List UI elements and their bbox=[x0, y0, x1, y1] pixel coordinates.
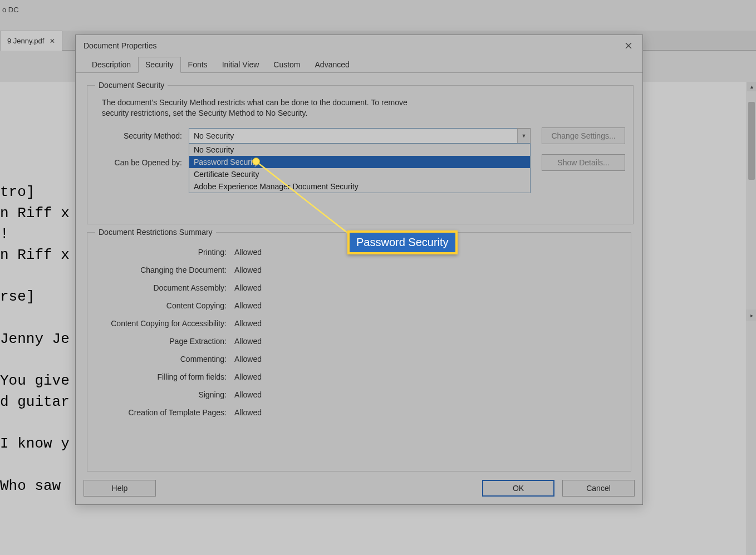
document-security-group: Document Security The document's Securit… bbox=[87, 81, 634, 224]
restriction-value: Allowed bbox=[234, 390, 262, 399]
document-tab-label: 9 Jenny.pdf bbox=[7, 37, 44, 45]
dialog-close-button[interactable] bbox=[620, 37, 637, 54]
restriction-value: Allowed bbox=[234, 301, 262, 310]
restriction-row: Page Extraction:Allowed bbox=[95, 337, 623, 346]
restriction-row: Changing the Document:Allowed bbox=[95, 266, 623, 274]
callout-label: Password Security bbox=[347, 230, 458, 254]
restriction-value: Allowed bbox=[234, 283, 262, 292]
restriction-row: Signing:Allowed bbox=[95, 390, 623, 399]
callout-dot-icon bbox=[252, 158, 260, 165]
close-icon bbox=[625, 42, 632, 49]
restriction-label: Page Extraction: bbox=[95, 337, 234, 346]
dialog-title: Document Properties bbox=[84, 41, 157, 50]
restriction-value: Allowed bbox=[234, 248, 262, 257]
security-option-certificate-security[interactable]: Certificate Security bbox=[189, 168, 530, 180]
restriction-row: Creation of Template Pages:Allowed bbox=[95, 408, 623, 417]
dialog-button-bar: Help OK Cancel bbox=[84, 480, 635, 497]
security-method-dropdown: No Security Password Security Certificat… bbox=[189, 143, 531, 193]
document-security-legend: Document Security bbox=[95, 81, 168, 90]
security-option-password-security[interactable]: Password Security bbox=[189, 156, 530, 168]
help-button[interactable]: Help bbox=[84, 480, 156, 497]
security-method-row: Security Method: No Security ▼ No Securi… bbox=[95, 127, 625, 144]
opened-by-label: Can be Opened by: bbox=[95, 158, 189, 167]
cancel-button[interactable]: Cancel bbox=[562, 480, 635, 497]
app-title: o DC bbox=[0, 6, 19, 14]
tab-fonts[interactable]: Fonts bbox=[181, 57, 215, 73]
dialog-tabstrip: Description Security Fonts Initial View … bbox=[76, 56, 642, 73]
document-tab[interactable]: 9 Jenny.pdf × bbox=[0, 31, 62, 51]
dialog-panel: Document Security The document's Securit… bbox=[76, 73, 642, 479]
close-icon[interactable]: × bbox=[50, 36, 55, 46]
security-method-value: No Security bbox=[194, 131, 234, 140]
security-option-no-security[interactable]: No Security bbox=[189, 144, 530, 156]
dialog-titlebar: Document Properties bbox=[76, 35, 642, 56]
restriction-row: Filling of form fields:Allowed bbox=[95, 372, 623, 381]
restriction-label: Document Assembly: bbox=[95, 283, 234, 292]
security-help-text: The document's Security Method restricts… bbox=[102, 97, 414, 119]
security-method-label: Security Method: bbox=[95, 131, 189, 140]
side-panel-toggle-icon[interactable]: ▸ bbox=[747, 310, 756, 321]
document-properties-dialog: Document Properties Description Security… bbox=[75, 35, 643, 505]
chevron-down-icon[interactable]: ▼ bbox=[517, 128, 531, 144]
restriction-label: Creation of Template Pages: bbox=[95, 408, 234, 417]
restriction-value: Allowed bbox=[234, 372, 262, 381]
restriction-label: Printing: bbox=[95, 248, 234, 257]
change-settings-button[interactable]: Change Settings... bbox=[542, 127, 625, 144]
restriction-label: Signing: bbox=[95, 390, 234, 399]
tab-description[interactable]: Description bbox=[85, 57, 138, 73]
restriction-label: Changing the Document: bbox=[95, 266, 234, 274]
scroll-thumb[interactable] bbox=[748, 102, 755, 180]
restriction-label: Content Copying: bbox=[95, 301, 234, 310]
restriction-label: Content Copying for Accessibility: bbox=[95, 319, 234, 328]
restriction-label: Commenting: bbox=[95, 355, 234, 364]
restriction-value: Allowed bbox=[234, 319, 262, 328]
ok-button[interactable]: OK bbox=[482, 480, 554, 497]
restrictions-legend: Document Restrictions Summary bbox=[95, 228, 216, 237]
restriction-label: Filling of form fields: bbox=[95, 372, 234, 381]
restriction-row: Commenting:Allowed bbox=[95, 355, 623, 364]
restriction-value: Allowed bbox=[234, 337, 262, 346]
tab-advanced[interactable]: Advanced bbox=[308, 57, 357, 73]
show-details-button[interactable]: Show Details... bbox=[542, 154, 625, 171]
restrictions-list: Printing:Allowed Changing the Document:A… bbox=[95, 248, 623, 417]
security-option-aem-document-security[interactable]: Adobe Experience Manager Document Securi… bbox=[189, 180, 530, 193]
restriction-row: Document Assembly:Allowed bbox=[95, 283, 623, 292]
restriction-row: Content Copying:Allowed bbox=[95, 301, 623, 310]
security-method-select[interactable]: No Security ▼ No Security Password Secur… bbox=[189, 128, 531, 144]
tab-custom[interactable]: Custom bbox=[266, 57, 307, 73]
scroll-up-arrow-icon[interactable]: ▲ bbox=[747, 82, 756, 91]
tab-initial-view[interactable]: Initial View bbox=[215, 57, 267, 73]
security-method-selected[interactable]: No Security bbox=[189, 128, 531, 144]
restriction-value: Allowed bbox=[234, 355, 262, 364]
restriction-value: Allowed bbox=[234, 408, 262, 417]
restriction-row: Content Copying for Accessibility:Allowe… bbox=[95, 319, 623, 328]
tab-security[interactable]: Security bbox=[138, 57, 181, 73]
restrictions-group: Document Restrictions Summary Printing:A… bbox=[87, 228, 631, 471]
restriction-value: Allowed bbox=[234, 266, 262, 274]
